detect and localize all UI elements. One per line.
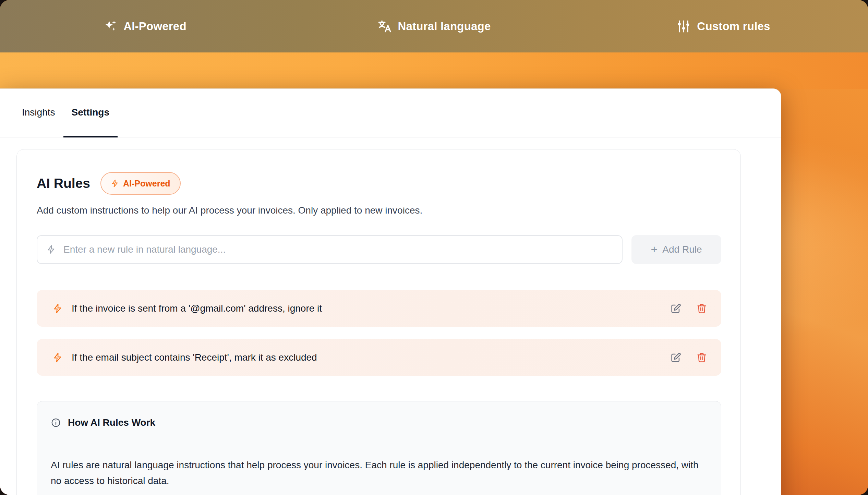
rules-list: If the invoice is sent from a '@gmail.co… <box>37 290 721 376</box>
feature-ai-powered: AI-Powered <box>0 19 289 34</box>
ai-powered-badge: AI-Powered <box>100 172 181 195</box>
lightning-icon <box>46 245 56 254</box>
rule-input-row: + Add Rule <box>37 235 721 264</box>
feature-label: Natural language <box>398 20 491 33</box>
info-box-body: AI rules are natural language instructio… <box>37 444 717 495</box>
lightning-icon <box>52 352 63 363</box>
app-window: Insights Settings AI Rules AI-Powered Ad… <box>0 88 781 495</box>
rule-text: If the invoice is sent from a '@gmail.co… <box>72 303 670 314</box>
new-rule-input[interactable] <box>63 244 613 255</box>
rule-text: If the email subject contains 'Receipt',… <box>72 352 670 363</box>
card-title-row: AI Rules AI-Powered <box>37 172 721 195</box>
rule-row: If the email subject contains 'Receipt',… <box>37 339 721 376</box>
edit-icon <box>670 352 682 363</box>
rule-actions <box>670 352 708 363</box>
feature-bar: AI-Powered Natural language Custom rules <box>0 0 868 52</box>
lightning-icon <box>111 179 119 188</box>
wallpaper-band <box>0 52 868 89</box>
rule-row: If the invoice is sent from a '@gmail.co… <box>37 290 721 327</box>
card-title: AI Rules <box>37 176 90 191</box>
feature-natural-language: Natural language <box>289 19 579 34</box>
tab-row: Insights Settings <box>0 89 781 138</box>
sparkles-icon <box>103 19 117 34</box>
trash-icon <box>696 352 708 363</box>
screen: AI-Powered Natural language Custom rules <box>0 0 868 495</box>
edit-rule-button[interactable] <box>670 352 682 363</box>
delete-rule-button[interactable] <box>696 352 708 363</box>
lightning-icon <box>52 303 63 314</box>
rule-actions <box>670 303 708 314</box>
tab-insights[interactable]: Insights <box>14 89 63 137</box>
plus-icon: + <box>651 243 658 255</box>
feature-label: Custom rules <box>697 20 770 33</box>
info-icon <box>51 418 61 428</box>
translate-icon <box>377 19 392 34</box>
info-box-header: How AI Rules Work <box>37 401 721 444</box>
edit-icon <box>670 303 682 314</box>
feature-label: AI-Powered <box>123 20 186 33</box>
add-rule-label: Add Rule <box>662 244 702 255</box>
delete-rule-button[interactable] <box>696 303 708 314</box>
ai-rules-card: AI Rules AI-Powered Add custom instructi… <box>16 149 741 495</box>
add-rule-button[interactable]: + Add Rule <box>631 235 721 264</box>
trash-icon <box>696 303 708 314</box>
badge-label: AI-Powered <box>123 179 170 189</box>
info-box-title: How AI Rules Work <box>68 417 155 428</box>
sliders-icon <box>676 19 691 34</box>
edit-rule-button[interactable] <box>670 303 682 314</box>
how-ai-rules-work-box: How AI Rules Work AI rules are natural l… <box>37 401 721 495</box>
card-description: Add custom instructions to help our AI p… <box>37 205 721 216</box>
tab-settings[interactable]: Settings <box>63 89 118 137</box>
rule-input-container[interactable] <box>37 235 623 264</box>
feature-custom-rules: Custom rules <box>579 19 868 34</box>
